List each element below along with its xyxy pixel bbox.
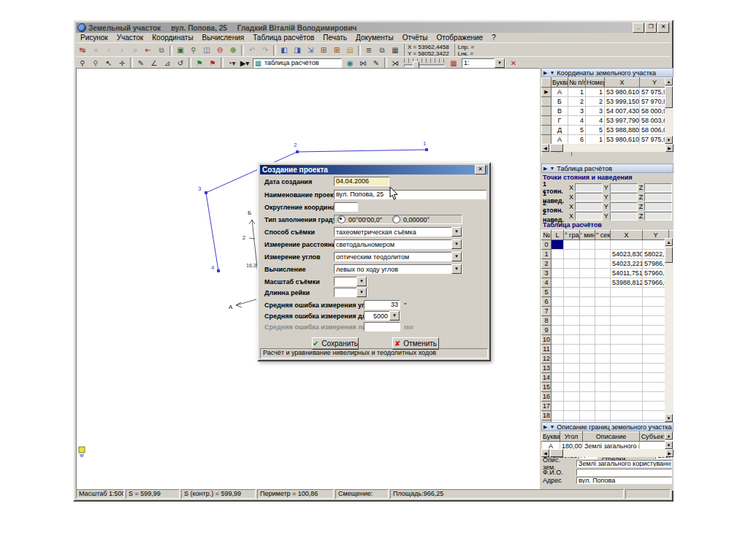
parcel-point-3[interactable] [205,191,207,194]
coords-hscroll-thumb[interactable] [550,144,563,152]
zoom-in-icon[interactable]: ⊕ [226,45,240,55]
panel-collapse-icon[interactable]: ▼ [549,70,554,75]
coords-vscroll-thumb[interactable] [665,86,673,108]
green-flag-icon[interactable]: ⚑ [193,58,206,69]
red-flag-icon[interactable]: ⚑ [206,58,219,69]
coords-hscrollbar[interactable]: ◀ ▶ [541,144,673,152]
preview-pane-icon[interactable]: ◫ [200,45,213,55]
map-marker-icon[interactable] [79,447,85,456]
angle-measure-combo[interactable]: оптическим теодолитом ▼ [334,252,462,261]
coords-vscrollbar[interactable]: ▲ ▼ [665,77,673,144]
menu-item-0[interactable]: Рисунок [76,34,112,42]
scroll-left-icon[interactable]: ◀ [541,449,549,457]
station-y-field[interactable] [610,202,638,211]
column-header[interactable]: Буква [542,432,560,442]
survey-method-combo[interactable]: тахеометрическая съёмка ▼ [334,227,462,237]
combo-arrow-icon[interactable]: ▼ [451,252,462,261]
menu-item-5[interactable]: Печать [318,34,351,42]
calculation-combo[interactable]: левых по ходу углов ▼ [334,264,462,274]
column-header[interactable]: Номер [586,78,605,88]
fio-input[interactable] [576,469,672,476]
menu-item-2[interactable]: Координаты [148,34,197,42]
export-pane-icon[interactable]: ⇲ [304,45,317,55]
slider-max-icon[interactable]: ▦ [447,58,460,69]
combo-arrow-icon[interactable]: ▼ [451,227,462,237]
panel-expand-icon[interactable]: ▶ [543,70,547,76]
station-z-field[interactable] [644,183,672,192]
panel-collapse-icon[interactable]: ▼ [549,166,554,171]
column-header[interactable]: Буква [552,78,568,88]
angle-tool-icon[interactable]: ∠ [148,58,161,69]
delete-record-icon[interactable]: ⇤ [142,45,155,55]
select-cursor-icon[interactable]: ↖ [102,58,115,69]
station-z-field[interactable] [644,193,672,202]
dialog-title-bar[interactable]: Создание проекта ✕ [260,165,488,174]
scroll-down-icon[interactable]: ▼ [665,136,673,144]
menu-item-9[interactable]: ? [487,34,500,42]
print-icon[interactable]: ▦ [389,45,402,55]
arc-dropdown-icon[interactable]: ◔▾ [225,58,238,69]
scroll-right-icon[interactable]: ▶ [665,449,673,457]
layer-combo[interactable]: ▦ таблица расчётов [253,58,342,68]
rotate-tool-icon[interactable]: ↺ [174,58,187,69]
bounds-hscroll-thumb[interactable] [550,449,563,457]
refresh-record-icon[interactable]: ⧉ [155,45,168,55]
menu-item-1[interactable]: Участок [112,34,148,42]
arrow-dropdown-icon[interactable]: ▶▾ [238,58,251,69]
combo-arrow-icon[interactable]: ▼ [451,239,462,249]
project-name-input[interactable]: вул. Попова, 25 [334,190,486,199]
calc-vscroll-thumb[interactable] [665,247,673,263]
combo-arrow-icon[interactable]: ▼ [389,311,400,321]
panel-collapse-icon[interactable]: ▼ [549,424,554,429]
combo-arrow-icon[interactable]: ▼ [356,277,367,286]
panel-expand-icon[interactable]: ▶ [543,166,547,172]
link-nodes-icon[interactable]: ⋈ [356,58,370,69]
edit-node-icon[interactable]: ✎ [134,58,148,69]
angle-error-input[interactable]: 33 [364,300,400,310]
scale-combo[interactable]: 1: ▼ [462,58,505,68]
column-header[interactable]: ° град [564,231,580,240]
column-header[interactable]: Описание [583,432,640,442]
column-header[interactable]: X [605,78,640,88]
survey-scale-combo[interactable]: ▼ [334,277,367,286]
dialog-close-button[interactable]: ✕ [475,165,486,174]
combo-arrow-icon[interactable]: ▼ [451,264,462,274]
column-header[interactable]: Субъект [640,432,668,442]
panel-expand-icon[interactable]: ▶ [543,424,547,430]
coords-table[interactable]: Буква№ п/пНомерXY▶А1153 980,610057 975,9… [541,77,670,145]
degrees-format-radio-1[interactable] [337,215,346,223]
combo-arrow-icon[interactable]: ▼ [356,288,367,297]
menu-item-6[interactable]: Документы [351,34,398,42]
station-x-field[interactable] [575,202,603,211]
station-y-field[interactable] [610,212,638,220]
rod-length-combo[interactable]: ▼ [334,288,367,297]
zoom-window-icon[interactable]: ⚲ [76,58,89,69]
scale-combo-arrow-icon[interactable]: ▼ [495,58,505,68]
visibility-eye-icon[interactable]: ◉ [343,58,356,69]
station-z-field[interactable] [644,212,672,220]
pane-right-icon[interactable]: ◨ [291,45,304,55]
zoom-area-icon[interactable]: ⚲ [187,45,200,55]
pan-zoom-icon[interactable]: ⚲ [89,58,102,69]
bounds-vscrollbar[interactable]: ▲ ▼ [665,431,673,449]
doc-preview-icon[interactable]: ⧉ [375,45,389,55]
zoom-out-icon[interactable]: ⊖ [213,45,226,55]
distance-measure-combo[interactable]: светодальномером ▼ [334,239,462,249]
open-folder-icon[interactable]: ▤ [343,45,356,55]
report-doc-icon[interactable]: ≣ [362,45,375,55]
station-y-field[interactable] [610,183,638,192]
menu-item-3[interactable]: Вычисления [198,34,249,42]
calc-table[interactable]: №L° град' мин" секXY0154023,830458022,99… [541,230,673,422]
degrees-format-option-2[interactable]: 0,00000° [403,216,430,223]
add-table-2-icon[interactable]: ⊞ [330,45,343,55]
menu-item-7[interactable]: Отчёты [398,34,432,42]
add-table-icon[interactable]: ⊞ [317,45,330,55]
menu-item-8[interactable]: Отображение [432,34,488,42]
scroll-down-icon[interactable]: ▼ [665,414,673,422]
column-header[interactable]: X [611,231,643,240]
date-field[interactable]: 04.04.2006 [334,177,389,186]
bounds-panel-header[interactable]: ▶ ▼ Описание границ земельного участка [541,422,673,431]
column-header[interactable]: L [552,231,564,240]
scroll-right-icon[interactable]: ▶ [665,144,673,152]
restore-button[interactable]: ❐ [645,23,657,33]
